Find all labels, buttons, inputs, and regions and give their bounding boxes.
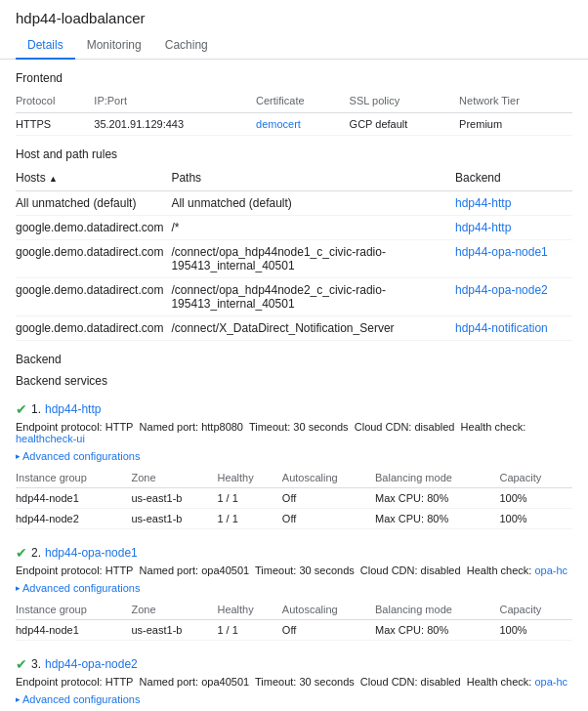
backend-cell[interactable]: hdp44-notification (455, 316, 572, 341)
frontend-certificate[interactable]: democert (256, 113, 350, 136)
instance-col: Zone (131, 600, 217, 620)
page-title: hdp44-loadbalancer (0, 0, 588, 30)
service-name-link[interactable]: hdp44-opa-node1 (45, 546, 138, 560)
host-path-row: google.demo.datadirect.com /connect/X_Da… (16, 316, 572, 341)
instance-healthy: 1 / 1 (217, 620, 281, 641)
instance-healthy: 1 / 1 (217, 509, 281, 529)
endpoint-info: Endpoint protocol: HTTP Named port: http… (16, 419, 572, 448)
instance-table: Instance groupZoneHealthyAutoscalingBala… (16, 600, 572, 641)
backend-service: ✔ 3. hdp44-opa-node2 Endpoint protocol: … (16, 648, 572, 711)
service-number: 3. (31, 657, 41, 671)
check-icon: ✔ (16, 656, 27, 672)
col-hosts[interactable]: Hosts ▲ (16, 165, 171, 191)
tab-details[interactable]: Details (16, 30, 75, 60)
instance-row: hdp44-node1 us-east1-b 1 / 1 Off Max CPU… (16, 488, 572, 509)
instance-col: Healthy (217, 468, 281, 488)
host-path-header-row: Hosts ▲ Paths Backend (16, 165, 572, 191)
instance-autoscaling: Off (282, 488, 375, 509)
instance-balancing: Max CPU: 80% (375, 488, 499, 509)
host-cell: google.demo.datadirect.com (16, 240, 171, 278)
instance-group[interactable]: hdp44-node1 (16, 488, 131, 509)
service-number: 1. (31, 402, 41, 416)
chevron-icon: ▸ (16, 451, 21, 461)
backend-cell[interactable]: hdp44-http (455, 216, 572, 240)
frontend-col-cert: Certificate (256, 89, 350, 113)
advanced-config-link[interactable]: ▸ Advanced configurations (16, 580, 572, 600)
tab-monitoring[interactable]: Monitoring (75, 30, 153, 60)
path-cell: All unmatched (default) (171, 191, 455, 216)
instance-col: Instance group (16, 600, 131, 620)
backend-service-title: ✔ 1. hdp44-http (16, 394, 572, 419)
endpoint-info: Endpoint protocol: HTTP Named port: opa4… (16, 563, 572, 580)
host-cell: google.demo.datadirect.com (16, 278, 171, 316)
instance-autoscaling: Off (282, 509, 375, 529)
health-check-link[interactable]: opa-hc (534, 565, 567, 576)
instance-col: Capacity (499, 468, 572, 488)
frontend-network-tier: Premium (459, 113, 572, 136)
host-path-table: Hosts ▲ Paths Backend All unmatched (def… (16, 165, 572, 341)
backend-content: Backend services ✔ 1. hdp44-http Endpoin… (0, 370, 588, 711)
path-cell: /* (171, 216, 455, 240)
instance-col: Balancing mode (375, 468, 499, 488)
instance-col: Zone (131, 468, 217, 488)
instance-table-wrap: Instance groupZoneHealthyAutoscalingBala… (16, 468, 572, 529)
host-path-row: google.demo.datadirect.com /connect/opa_… (16, 240, 572, 278)
instance-balancing: Max CPU: 80% (375, 509, 499, 529)
health-check-link[interactable]: opa-hc (534, 676, 567, 688)
instance-balancing: Max CPU: 80% (375, 620, 499, 641)
col-backend: Backend (455, 165, 572, 191)
backend-cell[interactable]: hdp44-opa-node2 (455, 278, 572, 316)
instance-autoscaling: Off (282, 620, 375, 641)
host-path-content: Hosts ▲ Paths Backend All unmatched (def… (0, 165, 588, 341)
frontend-ipport: 35.201.91.129:443 (94, 113, 256, 136)
instance-group[interactable]: hdp44-node1 (16, 620, 131, 641)
chevron-icon: ▸ (16, 694, 21, 704)
backend-cell[interactable]: hdp44-http (455, 191, 572, 216)
frontend-ssl-policy: GCP default (350, 113, 460, 136)
instance-col: Autoscaling (282, 600, 375, 620)
instance-header-row: Instance groupZoneHealthyAutoscalingBala… (16, 600, 572, 620)
host-path-section-header: Host and path rules (0, 136, 588, 165)
frontend-col-tier: Network Tier (459, 89, 572, 113)
frontend-protocol: HTTPS (16, 113, 94, 136)
instance-capacity: 100% (499, 620, 572, 641)
path-cell: /connect/X_DataDirect_Notification_Serve… (171, 316, 455, 341)
instance-header-row: Instance groupZoneHealthyAutoscalingBala… (16, 468, 572, 488)
advanced-config-link[interactable]: ▸ Advanced configurations (16, 691, 572, 711)
frontend-header-row: Protocol IP:Port Certificate SSL policy … (16, 89, 572, 113)
health-check-link[interactable]: healthcheck-ui (16, 433, 85, 444)
backend-services-header: Backend services (16, 370, 572, 394)
advanced-config-link[interactable]: ▸ Advanced configurations (16, 448, 572, 468)
instance-col: Balancing mode (375, 600, 499, 620)
path-cell: /connect/opa_hdp44node1_c_civic-radio-19… (171, 240, 455, 278)
tab-caching[interactable]: Caching (153, 30, 220, 60)
host-path-row: google.demo.datadirect.com /connect/opa_… (16, 278, 572, 316)
service-number: 2. (31, 546, 41, 560)
instance-healthy: 1 / 1 (217, 488, 281, 509)
frontend-col-protocol: Protocol (16, 89, 94, 113)
backend-service: ✔ 1. hdp44-http Endpoint protocol: HTTP … (16, 394, 572, 529)
host-path-row: All unmatched (default) All unmatched (d… (16, 191, 572, 216)
instance-table: Instance groupZoneHealthyAutoscalingBala… (16, 468, 572, 529)
frontend-col-ssl: SSL policy (350, 89, 460, 113)
instance-col: Capacity (499, 600, 572, 620)
frontend-col-ipport: IP:Port (94, 89, 256, 113)
check-icon: ✔ (16, 401, 27, 417)
frontend-row: HTTPS 35.201.91.129:443 democert GCP def… (16, 113, 572, 136)
col-paths: Paths (171, 165, 455, 191)
instance-table-wrap: Instance groupZoneHealthyAutoscalingBala… (16, 600, 572, 641)
service-name-link[interactable]: hdp44-opa-node2 (45, 657, 138, 671)
backend-section-header: Backend (0, 341, 588, 370)
instance-col: Autoscaling (282, 468, 375, 488)
backend-cell[interactable]: hdp44-opa-node1 (455, 240, 572, 278)
check-icon: ✔ (16, 545, 27, 561)
instance-row: hdp44-node2 us-east1-b 1 / 1 Off Max CPU… (16, 509, 572, 529)
instance-group[interactable]: hdp44-node2 (16, 509, 131, 529)
instance-col: Instance group (16, 468, 131, 488)
instance-zone: us-east1-b (131, 509, 217, 529)
tabs-bar: Details Monitoring Caching (0, 30, 588, 60)
host-cell: google.demo.datadirect.com (16, 316, 171, 341)
service-name-link[interactable]: hdp44-http (45, 402, 101, 416)
path-cell: /connect/opa_hdp44node2_c_civic-radio-19… (171, 278, 455, 316)
backend-service: ✔ 2. hdp44-opa-node1 Endpoint protocol: … (16, 537, 572, 641)
